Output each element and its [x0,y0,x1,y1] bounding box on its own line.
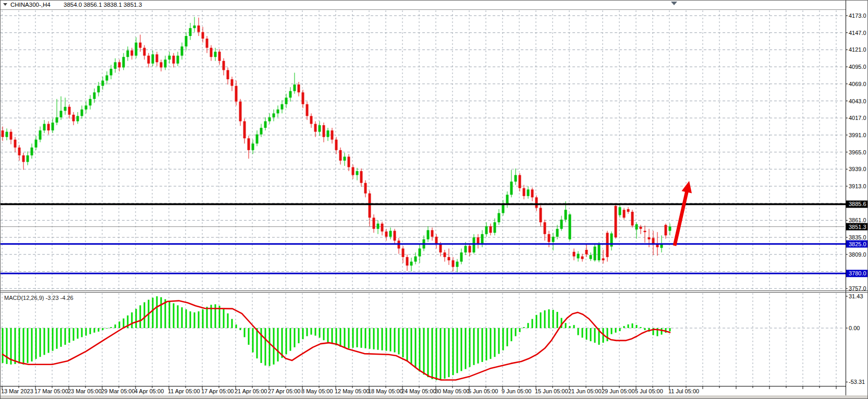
candle-body [590,255,592,259]
macd-histogram-bar [644,328,646,330]
pane-splitter-bottom[interactable] [0,292,868,293]
macd-histogram-bar [361,328,362,348]
macd-histogram-bar [102,328,104,330]
candle-body [168,56,171,60]
candle-body [569,214,571,239]
candle-body [239,102,242,122]
candle-body [606,233,609,257]
candle-body [502,204,505,213]
candle-body [14,140,17,148]
candle-body [135,43,138,56]
candle-body [319,125,321,132]
macd-histogram-bar [236,324,237,328]
macd-histogram-bar [119,321,120,328]
candle-body [431,230,434,237]
candle-body [581,257,584,259]
candle-body [369,194,371,218]
macd-histogram-bar [240,328,241,330]
candle-body [68,107,71,115]
candle-body [439,245,442,252]
candle-body [27,155,29,162]
candle-body [556,229,559,237]
macd-histogram-bar [311,328,312,335]
macd-histogram-bar [332,328,333,344]
macd-histogram-bar [352,328,354,348]
candle-body [427,230,430,239]
candle-body [460,252,463,262]
candle-body [348,156,350,167]
candle-body [298,84,300,92]
candle-body [256,135,259,144]
candle-body [89,99,92,106]
macd-histogram-bar [35,328,37,359]
candle-body [323,125,325,137]
macd-histogram-bar [423,328,425,374]
macd-histogram-bar [48,328,50,353]
macd-histogram-bar [553,310,554,328]
candle-body [206,39,209,48]
macd-histogram-bar [632,323,633,328]
candle-body [173,56,175,64]
candle-body [531,189,534,197]
candle-body [356,171,359,175]
candle-body [661,245,663,248]
candle-body [22,155,25,162]
chart-plot-area[interactable] [0,0,868,399]
candle-body [6,132,8,137]
macd-histogram-bar [202,309,204,328]
candle-body [335,140,338,150]
macd-histogram-bar [56,328,58,349]
candle-body [56,117,58,123]
macd-histogram-bar [15,328,16,364]
candle-body [285,98,288,104]
macd-histogram-bar [511,328,512,341]
macd-histogram-bar [252,328,254,353]
macd-histogram-bar [85,328,87,336]
candle-body [52,123,54,130]
macd-histogram-bar [507,328,508,346]
candle-body [143,48,146,56]
macd-histogram-bar [244,328,246,337]
macd-histogram-bar [186,309,187,328]
candle-body [139,43,142,48]
macd-histogram-bar [611,328,613,334]
macd-histogram-bar [319,328,321,337]
candle-body [481,234,484,244]
candle-body [43,124,46,131]
macd-histogram-bar [615,328,617,333]
macd-histogram-bar [94,328,95,333]
macd-histogram-bar [427,328,429,377]
chart-window: 4173.04147.04121.04095.04069.04043.04017… [0,0,868,399]
macd-histogram-bar [323,328,325,340]
candle-body [31,148,33,155]
candle-body [648,237,651,239]
candle-body [585,250,588,255]
macd-histogram-bar [473,328,475,365]
macd-histogram-bar [231,319,233,328]
candle-body [640,227,642,229]
candle-body [339,150,342,161]
candle-body [594,247,596,260]
candle-body [410,262,413,266]
macd-histogram-bar [177,305,179,328]
candle-body [402,248,405,257]
macd-histogram-bar [669,328,671,331]
candle-body [535,197,538,208]
macd-histogram-bar [624,326,625,328]
candle-body [193,26,196,28]
time-axis[interactable] [0,386,846,395]
candle-body [615,206,617,237]
price-axis[interactable] [846,10,868,386]
macd-histogram-bar [40,328,41,357]
macd-histogram-bar [336,328,337,345]
macd-indicator-label: MACD(12,26,9) -3.23 -4.26 [4,295,74,301]
candle-body [485,226,488,234]
candle-body [544,222,546,234]
pane-splitter-top[interactable] [0,291,868,291]
macd-histogram-bar [503,328,504,350]
chart-title-symbol[interactable]: CHINA300-,H4 [10,2,51,8]
candle-body [456,262,459,267]
macd-histogram-bar [27,328,29,363]
macd-histogram-bar [81,328,83,337]
macd-histogram-bar [265,328,266,366]
